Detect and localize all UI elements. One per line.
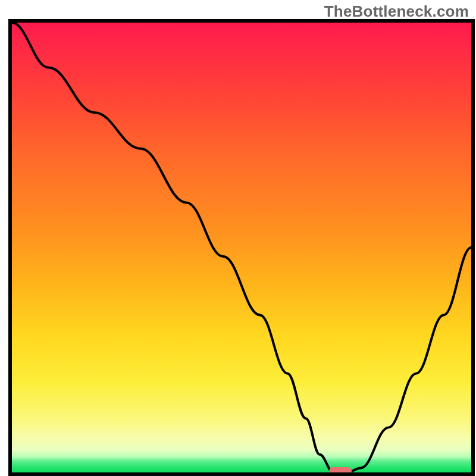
bottleneck-curve <box>12 23 471 472</box>
watermark-text: TheBottleneck.com <box>324 2 469 21</box>
plot-area <box>8 19 475 476</box>
chart-stage: TheBottleneck.com <box>0 0 476 476</box>
optimum-marker <box>329 467 352 475</box>
